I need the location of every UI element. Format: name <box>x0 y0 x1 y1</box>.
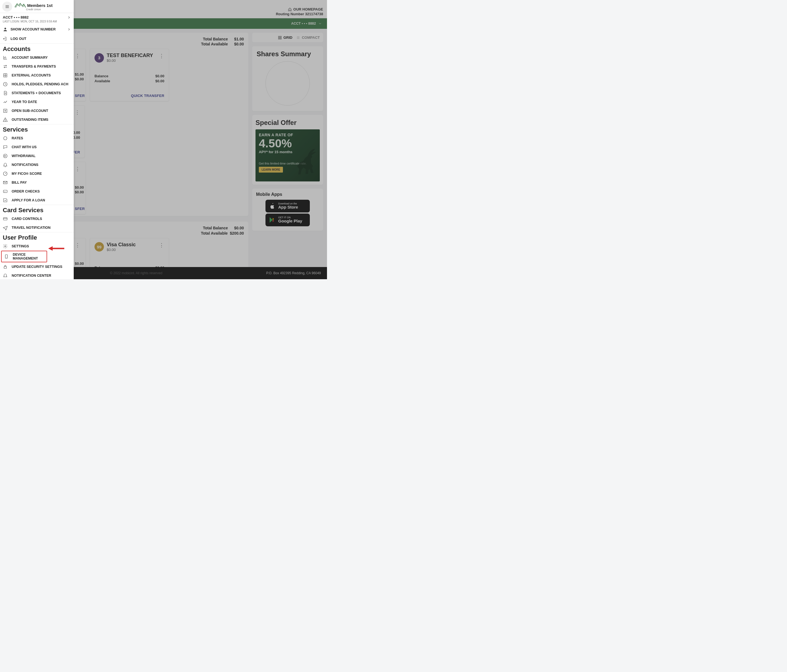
plane-icon <box>3 225 8 230</box>
card-menu-icon[interactable]: ⋮ <box>75 53 81 59</box>
chevron-down-icon <box>318 22 322 25</box>
offer-learn-more-button[interactable]: LEARN MORE <box>259 167 283 173</box>
share-card-test-beneficary[interactable]: 3 TEST BENEFICARY $0.00 ⋮ Balance$0.00 A… <box>90 49 169 101</box>
card-subtitle: $0.00 <box>107 248 136 252</box>
card-menu-icon[interactable]: ⋮ <box>75 166 81 172</box>
right-column: GRID COMPACT Shares Summary Special Offe… <box>252 33 323 231</box>
nav-drawer: Members 1st Credit Union ACCT • • • 8882… <box>0 0 74 279</box>
card-subtitle: $0.00 <box>107 58 153 63</box>
nav-external-accounts[interactable]: EXTERNAL ACCOUNTS <box>0 71 74 80</box>
acctbar-right[interactable]: ACCT • • • 8882 <box>291 22 322 25</box>
chat-icon <box>3 145 8 150</box>
nav-travel-notification[interactable]: TRAVEL NOTIFICATION <box>0 223 74 232</box>
svg-rect-34 <box>4 267 7 268</box>
play-t2: Google Play <box>278 219 302 224</box>
mail-icon <box>3 180 8 185</box>
nav-ytd[interactable]: YEAR TO DATE <box>0 98 74 106</box>
svg-rect-26 <box>3 181 7 184</box>
warning-icon <box>3 117 8 122</box>
chart-icon <box>3 55 8 60</box>
nav-device-management[interactable]: DEVICE MANAGEMENT <box>1 251 47 262</box>
nav-rates[interactable]: RATES <box>0 134 74 143</box>
brand-logo: Members 1st Credit Union <box>14 3 53 11</box>
nav-statements[interactable]: STATEMENTS + DOCUMENTS <box>0 88 74 98</box>
share-badge: 3 <box>95 53 104 63</box>
plus-box-icon <box>3 108 8 113</box>
nav-heading-accounts: Accounts <box>0 44 74 53</box>
mountain-icon <box>14 3 26 8</box>
homepage-link[interactable]: OUR HOMEPAGE <box>288 7 323 11</box>
svg-rect-3 <box>280 38 281 39</box>
nav-chat[interactable]: CHAT WITH US <box>0 143 74 151</box>
bell-icon <box>3 273 8 278</box>
nav-transfers[interactable]: TRANSFERS & PAYMENTS <box>0 62 74 71</box>
shares-donut-chart <box>265 61 310 106</box>
svg-rect-29 <box>3 218 7 220</box>
google-play-button[interactable]: GET IT ONGoogle Play <box>265 214 310 226</box>
nav-apply-loan[interactable]: APPLY FOR A LOAN <box>0 196 74 205</box>
nav-holds[interactable]: HOLDS, PLEDGES, PENDING ACH <box>0 80 74 88</box>
view-compact[interactable]: COMPACT <box>296 35 320 39</box>
drawer-account-row[interactable]: ACCT • • • 8882 <box>0 13 74 20</box>
nav-heading-services: Services <box>0 125 74 134</box>
svg-point-21 <box>5 121 5 121</box>
view-grid[interactable]: GRID <box>278 35 292 39</box>
drawer-last-login: LAST LOGIN: MON, OCT 16, 2023 9:59 AM <box>0 20 74 25</box>
logout-row[interactable]: LOG OUT <box>0 34 74 44</box>
grid2-icon <box>3 73 8 78</box>
apple-icon <box>269 203 275 210</box>
drawer-header: Members 1st Credit Union <box>0 0 74 13</box>
view-toggle: GRID COMPACT <box>252 33 323 43</box>
hamburger-button[interactable] <box>2 2 12 12</box>
nav-billpay[interactable]: BILL PAY <box>0 178 74 187</box>
nav-outstanding[interactable]: OUTSTANDING ITEMS <box>0 115 74 124</box>
nav-withdrawal[interactable]: WITHDRAWAL <box>0 151 74 160</box>
nav-fico[interactable]: MY FICO® SCORE <box>0 169 74 178</box>
nav-open-sub[interactable]: OPEN SUB-ACCOUNT <box>0 106 74 115</box>
document-icon <box>3 91 8 96</box>
quick-transfer-link[interactable]: SFER <box>75 94 85 98</box>
card-title: TEST BENEFICARY <box>107 53 153 58</box>
chevron-right-icon <box>67 16 71 19</box>
svg-point-10 <box>5 28 6 29</box>
special-offer-panel: Special Offer EARN A RATE OF 4.50% APY* … <box>252 115 323 185</box>
nav-card-controls[interactable]: CARD CONTROLS <box>0 215 74 223</box>
nav-account-summary[interactable]: ACCOUNT SUMMARY <box>0 53 74 62</box>
card-menu-icon[interactable]: ⋮ <box>159 53 164 59</box>
brand-name: Members 1st <box>27 3 53 8</box>
top-right: OUR HOMEPAGE Routing Number 321174738 <box>276 7 323 16</box>
circle-icon <box>3 136 8 141</box>
shares-summary-title: Shares Summary <box>257 50 319 58</box>
nav-settings[interactable]: SETTINGS <box>0 242 74 251</box>
nav-notifications[interactable]: NOTIFICATIONS <box>0 160 74 169</box>
quick-transfer-link[interactable]: SFER <box>75 207 85 211</box>
svg-rect-0 <box>278 36 279 37</box>
person-icon <box>3 27 8 32</box>
nav-order-checks[interactable]: ORDER CHECKS <box>0 187 74 196</box>
drawer-acct-masked: ACCT • • • 8882 <box>3 15 28 19</box>
footer-address: P.O. Box 492395 Redding, CA 96049 <box>266 271 321 275</box>
nav-heading-card-services: Card Services <box>0 205 74 215</box>
svg-rect-2 <box>278 38 279 39</box>
offer-banner[interactable]: EARN A RATE OF 4.50% APY* for 15 months … <box>256 129 320 181</box>
nav-update-security[interactable]: UPDATE SECURITY SETTINGS <box>0 262 74 271</box>
play-icon <box>269 217 275 223</box>
card-menu-icon[interactable]: ⋮ <box>159 242 164 248</box>
mobile-apps-panel: Mobile Apps Download on theApp Store GET… <box>252 189 323 231</box>
hamburger-icon <box>5 4 10 9</box>
credit-card-icon <box>3 216 8 221</box>
card-title: Visa Classic <box>107 242 136 248</box>
app-store-button[interactable]: Download on theApp Store <box>265 200 310 213</box>
card-menu-icon[interactable]: ⋮ <box>74 109 80 115</box>
phone-icon <box>4 254 9 259</box>
svg-point-31 <box>5 246 6 247</box>
quick-transfer-link[interactable]: QUICK TRANSFER <box>131 94 164 98</box>
brand-sub: Credit Union <box>26 8 41 11</box>
offer-rate: 4.50% <box>259 138 316 149</box>
chevron-right-icon <box>67 27 71 31</box>
card-menu-icon[interactable]: ⋮ <box>75 242 81 248</box>
nav-notification-center[interactable]: NOTIFICATION CENTER <box>0 271 74 279</box>
lock-icon <box>3 264 8 269</box>
loan-badge: 99 <box>95 242 104 251</box>
show-account-number-row[interactable]: SHOW ACCOUNT NUMBER <box>0 25 74 34</box>
